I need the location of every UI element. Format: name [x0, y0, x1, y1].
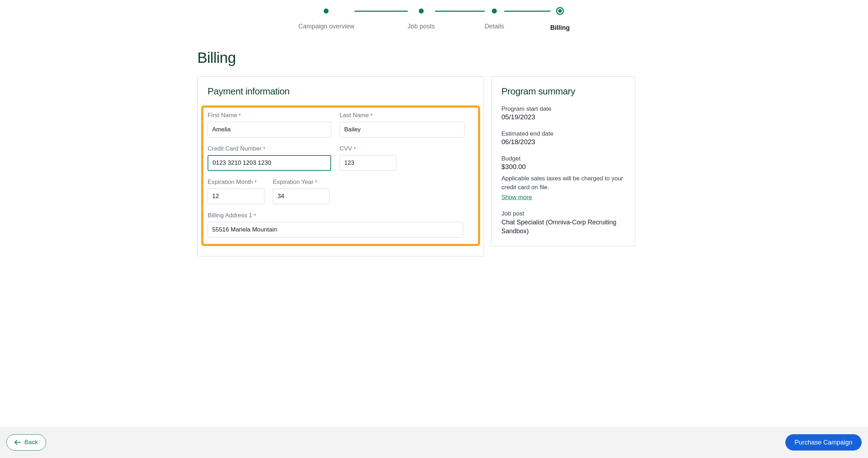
label-text: Expiration Year: [273, 179, 313, 185]
label-text: Credit Card Number: [208, 145, 262, 152]
step-label: Job posts: [408, 23, 435, 30]
required-asterisk: *: [239, 112, 241, 118]
job-post-label: Job post: [501, 210, 625, 217]
label-text: CVV: [340, 145, 352, 152]
required-asterisk: *: [354, 146, 356, 152]
step-label: Billing: [550, 24, 570, 32]
step-details[interactable]: Details: [485, 9, 504, 30]
step-label: Campaign overview: [298, 23, 354, 30]
tax-note: Applicable sales taxes will be charged t…: [501, 174, 625, 192]
billing-address-1-field[interactable]: [208, 222, 463, 238]
last-name-field[interactable]: [340, 122, 465, 137]
budget-label: Budget: [501, 155, 625, 162]
step-label: Details: [485, 23, 504, 30]
step-active-dot-icon: [556, 7, 564, 15]
label-text: Last Name: [340, 112, 369, 119]
cvv-field[interactable]: [340, 155, 396, 171]
highlighted-form-region: First Name * Last Name *: [201, 105, 480, 246]
label-text: First Name: [208, 112, 237, 119]
first-name-field[interactable]: [208, 122, 331, 137]
cc-number-field[interactable]: [208, 155, 331, 171]
step-dot-icon: [419, 9, 424, 13]
exp-year-field[interactable]: [273, 189, 330, 204]
exp-month-label: Expiration Month *: [208, 179, 264, 186]
show-more-link[interactable]: Show more: [501, 194, 532, 201]
program-summary-card: Program summary Program start date 05/19…: [491, 76, 635, 246]
step-connector: [435, 11, 485, 12]
start-date-value: 05/19/2023: [501, 113, 625, 121]
required-asterisk: *: [254, 212, 256, 218]
label-text: Billing Address 1: [208, 212, 252, 219]
payment-info-title: Payment information: [208, 86, 474, 97]
start-date-label: Program start date: [501, 105, 625, 113]
step-dot-icon: [492, 9, 497, 13]
exp-year-label: Expiration Year *: [273, 179, 330, 186]
page-title: Billing: [197, 49, 671, 66]
cvv-label: CVV *: [340, 145, 396, 152]
required-asterisk: *: [370, 112, 373, 118]
last-name-label: Last Name *: [340, 112, 465, 119]
step-job-posts[interactable]: Job posts: [408, 9, 435, 30]
step-dot-icon: [324, 9, 329, 13]
job-post-value: Chat Specialist (Omniva-Corp Recruiting …: [501, 218, 625, 236]
required-asterisk: *: [263, 146, 265, 152]
billing-address-1-label: Billing Address 1 *: [208, 212, 463, 219]
budget-value: $300.00: [501, 163, 625, 171]
step-billing[interactable]: Billing: [550, 9, 570, 32]
exp-month-field[interactable]: [208, 189, 264, 204]
end-date-value: 06/18/2023: [501, 138, 625, 146]
step-connector: [504, 11, 550, 12]
label-text: Expiration Month: [208, 179, 253, 185]
required-asterisk: *: [315, 179, 317, 185]
required-asterisk: *: [254, 179, 257, 185]
step-connector: [355, 11, 408, 12]
first-name-label: First Name *: [208, 112, 331, 119]
program-summary-title: Program summary: [501, 86, 625, 97]
progress-stepper: Campaign overview Job posts Details Bill…: [197, 0, 671, 39]
end-date-label: Estimated end date: [501, 130, 625, 137]
cc-number-label: Credit Card Number *: [208, 145, 331, 152]
payment-info-card: Payment information First Name * Last: [197, 76, 484, 256]
step-campaign-overview[interactable]: Campaign overview: [298, 9, 354, 30]
